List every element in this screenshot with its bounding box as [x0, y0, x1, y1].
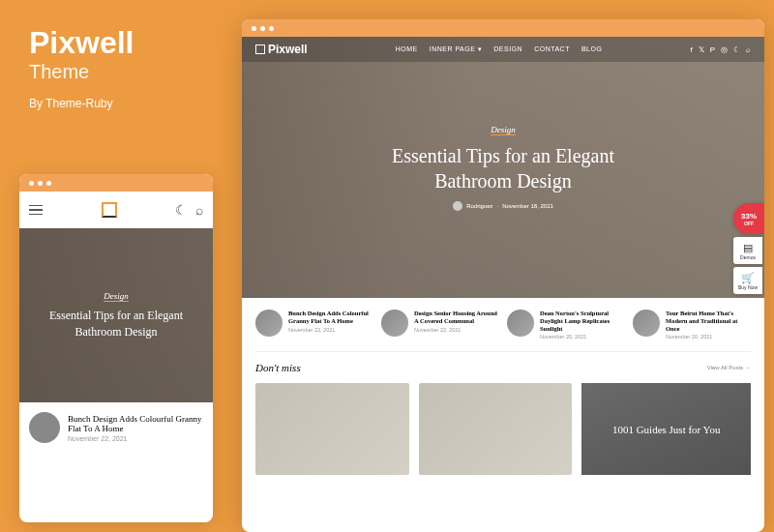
logo-icon: [255, 44, 265, 54]
list-item[interactable]: Bunch Design Adds Colourful Granny Flat …: [255, 310, 373, 340]
instagram-icon[interactable]: ◎: [721, 45, 728, 54]
facebook-icon[interactable]: f: [690, 45, 692, 54]
social-icons: f 𝕏 P ◎ ☾ ⌕: [690, 45, 751, 54]
nav-item-design[interactable]: DESIGN: [493, 45, 522, 53]
hero-title: Essential Tips for an ElegantBathroom De…: [392, 143, 614, 193]
desktop-chrome: [242, 19, 764, 37]
cart-icon: 🛒: [741, 272, 755, 284]
author-name: Rodriguez: [466, 203, 492, 209]
section-title: Don't miss: [255, 362, 301, 373]
desktop-preview: Pixwell HOME INNER PAGE ▾ DESIGN CONTACT…: [242, 19, 764, 532]
hero-section[interactable]: Design Essential Tips for an ElegantBath…: [242, 37, 764, 298]
post-title: Bunch Design Adds Colourful Granny Flat …: [68, 414, 203, 433]
post-date: November 22, 2021: [288, 327, 373, 333]
top-nav: Pixwell HOME INNER PAGE ▾ DESIGN CONTACT…: [242, 37, 764, 62]
demos-badge[interactable]: ▤Demos: [733, 237, 762, 264]
post-date: November 22, 2021: [68, 435, 203, 442]
promo-block: Pixwell Theme By Theme-Ruby: [29, 25, 134, 110]
pinterest-icon[interactable]: P: [710, 45, 715, 54]
nav-item-blog[interactable]: BLOG: [581, 45, 602, 53]
discount-badge[interactable]: 33%OFF: [733, 203, 764, 234]
list-item[interactable]: Dean Norton's Sculptural Daylight Lamp R…: [507, 310, 625, 340]
hero-meta: Rodriguez · November 18, 2021: [453, 201, 553, 211]
list-item[interactable]: Design Senior Housing Around A Covered C…: [381, 310, 499, 340]
thumbnail: [381, 310, 408, 337]
logo[interactable]: Pixwell: [255, 43, 308, 56]
thumbnail: [29, 412, 60, 443]
grid-card[interactable]: [419, 383, 573, 475]
sidebar-promo[interactable]: 1001 Guides Just for You: [581, 383, 751, 475]
theme-subtitle: Theme: [29, 61, 134, 83]
avatar: [453, 201, 462, 211]
section-header: Don't miss View All Posts →: [242, 352, 764, 377]
nav-item-contact[interactable]: CONTACT: [534, 45, 570, 53]
post-date: November 20, 2021: [666, 334, 751, 340]
post-row: Bunch Design Adds Colourful Granny Flat …: [242, 298, 764, 351]
category-tag: Design: [104, 291, 129, 302]
post-title: Tour Beirut Home That's Modern and Tradi…: [666, 310, 751, 332]
logo-icon[interactable]: [102, 202, 117, 218]
hero-title: Essential Tips for an ElegantBathroom De…: [49, 308, 183, 340]
mobile-hero[interactable]: Design Essential Tips for an ElegantBath…: [19, 228, 213, 402]
mobile-chrome: [19, 174, 213, 192]
hero-date: November 18, 2021: [502, 203, 553, 209]
twitter-icon[interactable]: 𝕏: [699, 45, 704, 54]
mobile-header: ☾ ⌕: [19, 192, 213, 228]
post-date: November 20, 2021: [540, 334, 625, 340]
grid-card[interactable]: [255, 383, 409, 475]
thumbnail: [507, 310, 534, 337]
buy-badge[interactable]: 🛒Buy Now: [733, 267, 762, 294]
moon-icon[interactable]: ☾: [733, 45, 740, 54]
post-title: Dean Norton's Sculptural Daylight Lamp R…: [540, 310, 625, 332]
moon-icon[interactable]: ☾: [175, 202, 188, 218]
list-item[interactable]: Bunch Design Adds Colourful Granny Flat …: [19, 402, 213, 453]
search-icon[interactable]: ⌕: [195, 202, 203, 218]
nav-menu: HOME INNER PAGE ▾ DESIGN CONTACT BLOG: [396, 45, 603, 53]
post-date: November 22, 2021: [414, 327, 499, 333]
nav-item-inner[interactable]: INNER PAGE ▾: [430, 45, 483, 53]
search-icon[interactable]: ⌕: [746, 45, 751, 54]
thumbnail: [633, 310, 660, 337]
grid-row: 1001 Guides Just for You: [242, 377, 764, 481]
nav-item-home[interactable]: HOME: [396, 45, 418, 53]
menu-icon[interactable]: [29, 205, 43, 216]
post-title: Design Senior Housing Around A Covered C…: [414, 310, 499, 325]
list-item[interactable]: Tour Beirut Home That's Modern and Tradi…: [633, 310, 751, 340]
layers-icon: ▤: [743, 242, 753, 254]
mobile-preview: ☾ ⌕ Design Essential Tips for an Elegant…: [19, 174, 213, 522]
thumbnail: [255, 310, 283, 337]
floating-badges: 33%OFF ▤Demos 🛒Buy Now: [733, 203, 764, 294]
view-all-link[interactable]: View All Posts →: [707, 365, 751, 370]
post-title: Bunch Design Adds Colourful Granny Flat …: [288, 310, 373, 325]
category-tag: Design: [491, 125, 516, 135]
theme-title: Pixwell: [29, 25, 134, 61]
theme-author: By Theme-Ruby: [29, 97, 134, 110]
